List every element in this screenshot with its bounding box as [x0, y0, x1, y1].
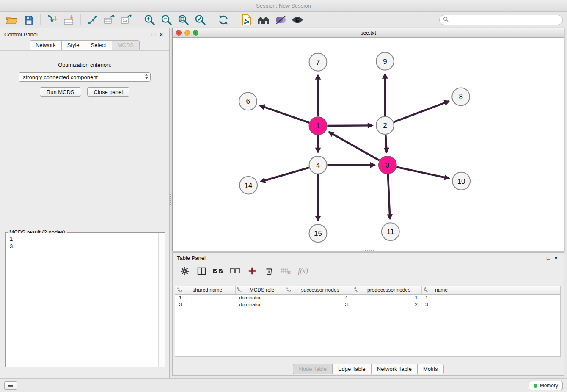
function-builder-button[interactable]: f(x) [295, 264, 311, 278]
search-input[interactable] [451, 17, 559, 23]
zoom-selected-button[interactable] [192, 13, 209, 27]
zoom-in-button[interactable] [141, 13, 158, 27]
export-network-button[interactable] [84, 13, 101, 27]
table-cell: dominator [235, 301, 284, 308]
column-header-name[interactable]: name [421, 286, 457, 294]
column-sort-icon[interactable] [286, 287, 291, 293]
float-window-icon[interactable]: □ [150, 31, 157, 38]
graph-node-11[interactable]: 11 [382, 223, 399, 240]
venn-button[interactable] [272, 13, 289, 27]
node-table: shared nameMCDS rolesuccessor nodesprede… [175, 286, 561, 357]
column-header-MCDS-role[interactable]: MCDS role [235, 286, 284, 294]
fx-icon: f(x) [298, 267, 308, 275]
delete-table-button[interactable] [278, 264, 294, 278]
edge-4-14[interactable] [261, 168, 309, 182]
splitter-grip-horizontal[interactable] [363, 250, 374, 251]
criterion-select[interactable]: strongly connected component [19, 72, 151, 82]
table-row[interactable]: 1dominator411 [175, 294, 560, 301]
table-settings-button[interactable] [177, 264, 192, 278]
graph-node-9[interactable]: 9 [376, 52, 394, 70]
close-icon[interactable]: × [157, 31, 165, 38]
column-sort-icon[interactable] [237, 287, 242, 293]
edge-1-6[interactable] [260, 105, 309, 123]
tab-network-table[interactable]: Network Table [371, 364, 418, 374]
minimize-window-icon[interactable]: − [184, 30, 190, 36]
svg-text:1: 1 [316, 122, 320, 130]
show-columns-button[interactable] [194, 264, 209, 278]
tab-motifs[interactable]: Motifs [417, 364, 444, 374]
close-icon[interactable]: × [552, 255, 560, 261]
tab-mcds[interactable]: MCDS [112, 40, 140, 50]
floppy-disk-icon [24, 15, 34, 25]
edge-2-3[interactable] [385, 135, 387, 152]
column-header-shared-name[interactable]: shared name [175, 286, 235, 294]
network-canvas[interactable]: 7968124314101511 [173, 38, 564, 251]
maximize-window-icon[interactable]: + [193, 30, 198, 36]
graph-node-1[interactable]: 1 [309, 117, 327, 135]
tab-style[interactable]: Style [61, 40, 85, 50]
open-session-button[interactable] [3, 13, 20, 27]
tab-select[interactable]: Select [85, 40, 112, 50]
apply-layout-button[interactable] [215, 13, 232, 27]
zoom-fit-button[interactable] [175, 13, 192, 27]
zoom-out-button[interactable] [158, 13, 175, 27]
criterion-selected-value: strongly connected component [23, 74, 145, 80]
import-table-button[interactable] [61, 13, 77, 27]
network-file-button[interactable] [238, 13, 255, 27]
add-column-button[interactable] [245, 264, 260, 278]
column-header-predecessor-nodes[interactable]: predecessor nodes [352, 286, 421, 294]
close-panel-button[interactable]: Close panel [87, 87, 130, 97]
table-row[interactable]: 3dominator323 [175, 301, 560, 308]
edge-2-8[interactable] [394, 101, 449, 122]
task-history-button[interactable] [4, 381, 17, 390]
table-cell: 3 [284, 301, 352, 308]
plus-icon [248, 267, 256, 275]
graph-node-15[interactable]: 15 [309, 224, 327, 242]
column-header-successor-nodes[interactable]: successor nodes [284, 286, 352, 294]
tab-edge-table[interactable]: Edge Table [332, 364, 372, 374]
graph-node-14[interactable]: 14 [239, 177, 257, 194]
graph-node-7[interactable]: 7 [309, 53, 327, 71]
table-toolbar: f(x) [173, 263, 564, 279]
graph-node-8[interactable]: 8 [452, 88, 470, 106]
checked-boxes-icon [213, 268, 224, 274]
memory-button[interactable]: Memory [529, 381, 563, 390]
zoom-in-icon [143, 14, 155, 26]
column-sort-icon[interactable] [177, 287, 182, 293]
tab-network[interactable]: Network [30, 40, 62, 50]
table-cell: 2 [352, 301, 421, 308]
edge-3-10[interactable] [396, 167, 449, 178]
edge-1-2[interactable] [327, 125, 372, 126]
select-all-columns-button[interactable] [211, 264, 226, 278]
splitter-grip-vertical[interactable] [170, 194, 171, 205]
delete-column-button[interactable] [261, 264, 277, 278]
deselect-all-columns-button[interactable] [228, 264, 243, 278]
graph-node-6[interactable]: 6 [239, 92, 257, 110]
graph-node-3[interactable]: 3 [379, 156, 396, 174]
export-image-button[interactable] [118, 13, 135, 27]
mcds-result-lines[interactable]: 13 [6, 233, 158, 367]
show-details-button[interactable] [289, 13, 306, 27]
svg-text:15: 15 [314, 229, 322, 237]
graph-node-4[interactable]: 4 [309, 156, 327, 174]
network-window-titlebar[interactable]: × − + scc.txt [173, 28, 564, 38]
houses-icon [257, 14, 270, 25]
search-box[interactable] [439, 15, 563, 25]
mcds-tab-content: Optimization criterion: strongly connect… [0, 50, 169, 378]
run-mcds-button[interactable]: Run MCDS [40, 87, 81, 97]
mcds-result-scrollbar[interactable] [158, 233, 165, 367]
graph-node-10[interactable]: 10 [452, 172, 470, 190]
export-table-button[interactable] [101, 13, 118, 27]
column-sort-icon[interactable] [424, 287, 428, 293]
edge-3-1[interactable] [329, 132, 379, 160]
tab-node-table[interactable]: Node Table [293, 364, 333, 374]
float-window-icon[interactable]: □ [545, 255, 552, 261]
save-session-button[interactable] [20, 13, 37, 27]
column-sort-icon[interactable] [354, 287, 358, 293]
edge-3-11[interactable] [388, 174, 390, 219]
ndex-button[interactable] [255, 13, 272, 27]
import-network-button[interactable] [44, 13, 61, 27]
graph-node-2[interactable]: 2 [376, 116, 394, 134]
close-window-icon[interactable]: × [176, 30, 182, 36]
table-cell-filler [457, 294, 560, 301]
